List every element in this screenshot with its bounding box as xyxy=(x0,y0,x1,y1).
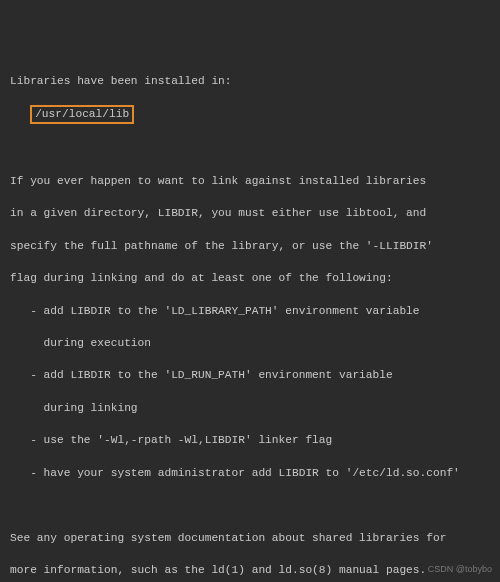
info-line: If you ever happen to want to link again… xyxy=(10,173,490,189)
blank-line xyxy=(10,497,490,513)
bullet-line: - use the '-Wl,-rpath -Wl,LIBDIR' linker… xyxy=(10,432,490,448)
bullet-line: - add LIBDIR to the 'LD_LIBRARY_PATH' en… xyxy=(10,303,490,319)
watermark: CSDN @tobybo xyxy=(428,563,492,576)
bullet-line: - add LIBDIR to the 'LD_RUN_PATH' enviro… xyxy=(10,367,490,383)
bullet-line: - have your system administrator add LIB… xyxy=(10,465,490,481)
info-line: flag during linking and do at least one … xyxy=(10,270,490,286)
info-line: in a given directory, LIBDIR, you must e… xyxy=(10,205,490,221)
highlighted-lib-path-line: /usr/local/lib xyxy=(10,105,490,124)
header-line: Libraries have been installed in: xyxy=(10,73,490,89)
bullet-line: during execution xyxy=(10,335,490,351)
blank-line xyxy=(10,140,490,156)
doc-line: more information, such as the ld(1) and … xyxy=(10,562,490,578)
bullet-line: during linking xyxy=(10,400,490,416)
info-line: specify the full pathname of the library… xyxy=(10,238,490,254)
doc-line: See any operating system documentation a… xyxy=(10,530,490,546)
highlight-usr-local-lib: /usr/local/lib xyxy=(30,105,134,124)
